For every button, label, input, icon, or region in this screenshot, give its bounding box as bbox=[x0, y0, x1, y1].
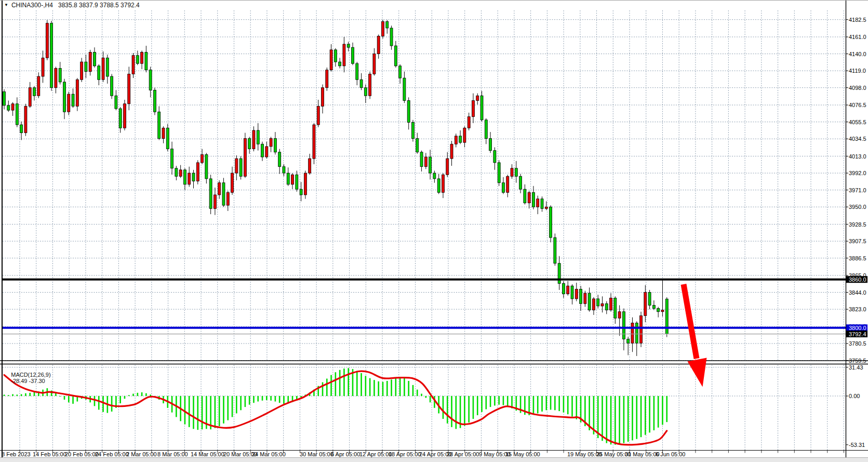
candle-bullish bbox=[188, 173, 191, 184]
price-line-label: 3800.0 bbox=[846, 324, 867, 331]
candle-bullish bbox=[42, 58, 44, 76]
candle-bearish bbox=[287, 173, 289, 184]
candle-bearish bbox=[571, 286, 573, 299]
macd-histogram-bar bbox=[189, 396, 190, 427]
candle-bearish bbox=[205, 154, 208, 179]
macd-histogram-bar bbox=[257, 396, 259, 402]
price-line-label-text: 3800.0 bbox=[849, 325, 866, 331]
candle-bullish bbox=[226, 192, 229, 205]
price-tick-label: 4098.0 bbox=[849, 85, 866, 91]
macd-histogram-bar bbox=[662, 396, 663, 425]
candle-bearish bbox=[550, 207, 552, 237]
candle-bearish bbox=[580, 289, 582, 303]
candle-bullish bbox=[89, 52, 91, 71]
candle-bullish bbox=[265, 147, 268, 157]
candle-bearish bbox=[498, 163, 500, 183]
macd-histogram-bar bbox=[335, 372, 337, 396]
candle-bearish bbox=[300, 189, 302, 195]
candle-bearish bbox=[3, 91, 6, 105]
macd-histogram-bar bbox=[124, 396, 126, 399]
symbol-dropdown-icon[interactable]: ▼ bbox=[4, 3, 8, 7]
candle-bearish bbox=[158, 112, 161, 138]
macd-histogram-bar bbox=[25, 393, 26, 396]
macd-histogram-bar bbox=[473, 396, 474, 419]
price-line-label-text: 3792.4 bbox=[849, 331, 866, 337]
macd-histogram-bar bbox=[236, 396, 237, 413]
candle-bearish bbox=[386, 22, 389, 28]
candle-bullish bbox=[640, 316, 643, 344]
candle-bearish bbox=[239, 159, 242, 176]
macd-histogram-bar bbox=[141, 392, 143, 396]
candle-bullish bbox=[81, 62, 83, 80]
candle-bullish bbox=[322, 88, 324, 107]
candle-bearish bbox=[390, 28, 393, 46]
macd-histogram-bar bbox=[360, 373, 362, 396]
candle-bearish bbox=[16, 104, 18, 125]
macd-histogram-bar bbox=[447, 396, 448, 424]
candle-bullish bbox=[213, 195, 216, 208]
candle-bearish bbox=[50, 23, 53, 88]
price-tick-label: 3886.5 bbox=[849, 255, 866, 261]
macd-histogram-bar bbox=[541, 396, 543, 412]
macd-histogram-bar bbox=[72, 396, 74, 404]
candle-bullish bbox=[76, 80, 78, 106]
macd-histogram-bar bbox=[339, 370, 341, 396]
time-tick-label: 24 Feb 05:00 bbox=[95, 451, 129, 457]
candle-bullish bbox=[377, 36, 380, 54]
macd-histogram-bar bbox=[498, 396, 500, 405]
candle-bearish bbox=[352, 47, 354, 63]
candle-bullish bbox=[592, 299, 595, 310]
candle-bearish bbox=[175, 168, 178, 177]
candle-bearish bbox=[597, 299, 599, 306]
macd-histogram-bar bbox=[330, 375, 332, 396]
chart-canvas[interactable]: 4182.54161.04140.04119.04098.04076.54055… bbox=[0, 0, 868, 462]
macd-histogram-bar bbox=[395, 378, 397, 396]
candle-bullish bbox=[128, 74, 130, 103]
candle-bearish bbox=[437, 179, 440, 192]
macd-histogram-bar bbox=[378, 381, 379, 396]
macd-histogram-bar bbox=[326, 379, 328, 396]
macd-histogram-bar bbox=[68, 396, 70, 402]
candle-bullish bbox=[55, 69, 57, 88]
candle-bullish bbox=[244, 138, 246, 176]
candle-bearish bbox=[657, 309, 660, 312]
macd-histogram-bar bbox=[576, 396, 577, 419]
macd-histogram-bar bbox=[102, 396, 104, 412]
time-tick-label: 31 May 05:00 bbox=[625, 451, 660, 457]
macd-histogram-bar bbox=[653, 396, 655, 430]
price-tick-label: 4140.0 bbox=[849, 51, 866, 57]
candle-bullish bbox=[442, 175, 444, 192]
candle-bullish bbox=[201, 154, 204, 163]
candle-bullish bbox=[37, 76, 40, 96]
candle-bullish bbox=[29, 88, 31, 107]
candle-bullish bbox=[369, 74, 371, 96]
time-tick-label: 2 Mar 05:00 bbox=[126, 451, 157, 457]
candle-bullish bbox=[381, 22, 384, 36]
candle-bullish bbox=[584, 293, 586, 303]
macd-histogram-bar bbox=[240, 396, 242, 410]
macd-histogram-bar bbox=[215, 396, 216, 428]
candle-bullish bbox=[313, 125, 315, 159]
macd-histogram-bar bbox=[468, 396, 470, 423]
macd-histogram-bar bbox=[412, 385, 414, 396]
price-axis[interactable]: 4182.54161.04140.04119.04098.04076.54055… bbox=[846, 17, 866, 364]
price-tick-label: 3971.0 bbox=[849, 187, 866, 193]
candle-bearish bbox=[278, 152, 281, 167]
price-tick-label: 3907.5 bbox=[849, 238, 866, 244]
time-tick-label: 15 May 05:00 bbox=[505, 451, 540, 457]
candle-bearish bbox=[20, 125, 23, 133]
candle-bullish bbox=[472, 101, 474, 117]
macd-histogram-bar bbox=[425, 396, 427, 398]
candle-bullish bbox=[196, 163, 199, 181]
candle-bearish bbox=[403, 78, 406, 100]
macd-histogram-bar bbox=[369, 378, 371, 396]
price-tick-label: 4161.0 bbox=[849, 34, 866, 40]
macd-histogram-bar bbox=[270, 396, 272, 401]
candle-bullish bbox=[373, 54, 376, 74]
macd-histogram-bar bbox=[137, 393, 139, 396]
candle-bearish bbox=[614, 298, 617, 318]
price-tick-label: 3759.5 bbox=[849, 358, 866, 364]
candle-bullish bbox=[309, 159, 311, 173]
macd-histogram-bar bbox=[464, 396, 465, 426]
macd-histogram-bar bbox=[283, 396, 285, 404]
